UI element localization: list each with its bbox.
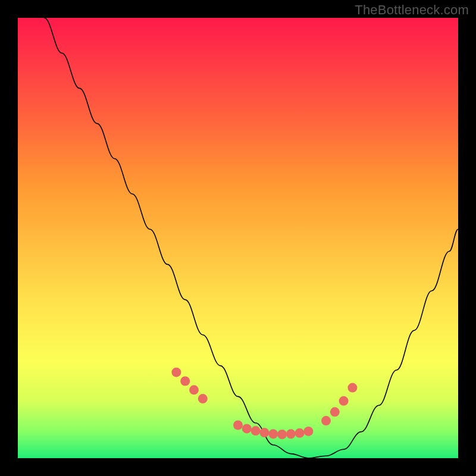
highlight-dots — [171, 368, 357, 439]
highlight-dot — [180, 377, 190, 386]
highlight-dot — [303, 427, 313, 436]
highlight-dot — [330, 407, 340, 416]
highlight-dot — [321, 416, 331, 425]
highlight-dot — [171, 368, 181, 377]
highlight-dot — [286, 429, 296, 439]
plot-area — [18, 18, 458, 458]
highlight-dot — [251, 426, 261, 436]
highlight-dot — [189, 385, 199, 394]
highlight-dot — [259, 428, 269, 437]
curve-svg — [18, 18, 458, 458]
highlight-dot — [233, 421, 243, 430]
highlight-dot — [295, 428, 305, 438]
highlight-dot — [347, 383, 357, 393]
bottleneck-curve — [44, 18, 458, 458]
highlight-dot — [198, 394, 208, 403]
chart-frame: TheBottleneck.com — [0, 0, 476, 476]
highlight-dot — [277, 430, 287, 439]
watermark-text: TheBottleneck.com — [355, 2, 469, 18]
highlight-dot — [242, 424, 252, 433]
highlight-dot — [268, 429, 278, 439]
highlight-dot — [339, 396, 349, 406]
